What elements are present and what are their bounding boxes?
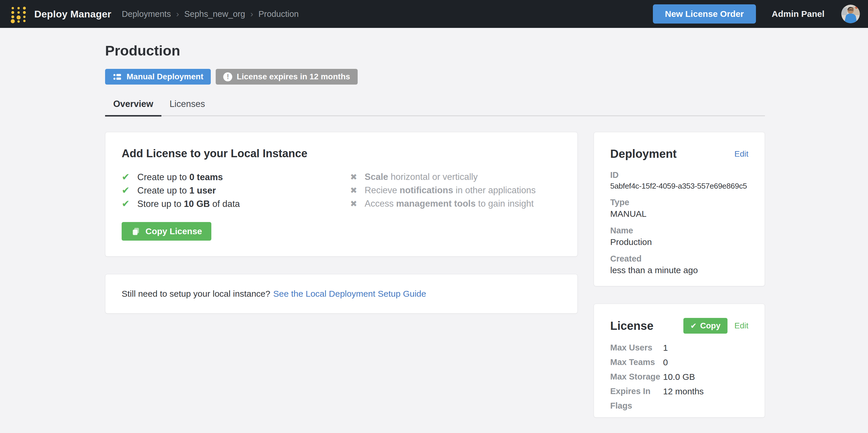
field-label: ID (610, 170, 748, 180)
field-label: Type (610, 198, 748, 207)
breadcrumb-production[interactable]: Production (258, 9, 299, 19)
license-edit-link[interactable]: Edit (735, 321, 748, 330)
page-title: Production (105, 42, 180, 59)
included-features-list: ✔ Create up to 0 teams ✔ Create up to 1 … (122, 170, 350, 210)
deployment-panel-header: Deployment Edit (610, 147, 748, 161)
server-icon (113, 72, 122, 82)
topbar-right-group: New License Order Admin Panel (653, 4, 860, 24)
user-avatar[interactable] (841, 5, 860, 23)
row-max-users: Max Users 1 (610, 343, 748, 353)
add-license-card: Add License to your Local Instance ✔ Cre… (105, 132, 578, 257)
check-icon: ✔ (122, 170, 131, 183)
badge-row: Manual Deployment ! License expires in 1… (105, 69, 358, 85)
list-item: ✔ Create up to 1 user (122, 184, 350, 197)
feature-text: Access management tools to gain insight (365, 197, 534, 210)
field-created: Created less than a minute ago (610, 254, 748, 275)
feature-text: Store up to 10 GB of data (137, 197, 240, 210)
tab-row: Overview Licenses (105, 95, 765, 117)
row-flags: Flags (610, 401, 748, 411)
dot-grid-logo-icon (9, 5, 28, 23)
new-license-order-button[interactable]: New License Order (653, 4, 756, 24)
deployment-panel: Deployment Edit ID 5abfef4c-15f2-4059-a3… (594, 132, 765, 286)
deploy-manager-app: Deploy Manager Deployments › Sephs_new_o… (0, 0, 868, 433)
breadcrumb-separator-icon: › (176, 9, 179, 19)
breadcrumb-deployments[interactable]: Deployments (122, 9, 171, 19)
copy-icon (131, 226, 141, 236)
cross-icon: ✖ (350, 197, 359, 210)
field-value: 5abfef4c-15f2-4059-a353-557e69e869c5 (610, 182, 748, 191)
alert-icon: ! (223, 73, 232, 81)
tab-overview[interactable]: Overview (105, 95, 161, 117)
check-icon: ✔ (690, 321, 697, 330)
cross-icon: ✖ (350, 184, 359, 197)
row-value: 1 (663, 343, 668, 353)
list-item: ✔ Store up to 10 GB of data (122, 197, 350, 210)
license-rows: Max Users 1 Max Teams 0 Max Storage 10.0… (610, 343, 748, 411)
license-copy-button[interactable]: ✔ Copy (683, 318, 727, 334)
check-icon: ✔ (122, 184, 131, 197)
add-license-card-title: Add License to your Local Instance (122, 147, 561, 160)
list-item: ✔ Create up to 0 teams (122, 170, 350, 184)
feature-text: Create up to 1 user (137, 184, 216, 197)
excluded-features-list: ✖ Scale horizontal or vertically ✖ Recie… (350, 170, 561, 210)
tab-licenses[interactable]: Licenses (161, 95, 213, 117)
row-value: 12 months (663, 386, 704, 396)
row-label: Flags (610, 401, 663, 411)
setup-guide-card: Still need to setup your local instance?… (105, 274, 578, 314)
row-label: Max Users (610, 343, 663, 353)
avatar-photo-icon (841, 5, 860, 23)
row-expires-in: Expires In 12 months (610, 386, 748, 396)
app-title: Deploy Manager (34, 8, 111, 20)
field-label: Created (610, 254, 748, 264)
breadcrumb: Deployments › Sephs_new_org › Production (122, 9, 299, 19)
admin-panel-link[interactable]: Admin Panel (772, 9, 825, 19)
row-max-teams: Max Teams 0 (610, 357, 748, 367)
row-value: 0 (663, 357, 668, 367)
row-value: 10.0 GB (663, 372, 695, 382)
app-logo-icon[interactable] (8, 3, 29, 24)
deployment-edit-link[interactable]: Edit (735, 149, 748, 159)
manual-deployment-badge-label: Manual Deployment (127, 72, 203, 81)
copy-license-button-label: Copy License (146, 226, 202, 236)
feature-text: Create up to 0 teams (137, 171, 223, 184)
row-label: Expires In (610, 386, 663, 396)
list-item: ✖ Recieve notifications in other applica… (350, 184, 561, 197)
field-type: Type MANUAL (610, 198, 748, 219)
license-panel: License ✔ Copy Edit Max Users 1 Max Team… (594, 304, 765, 417)
field-value: less than a minute ago (610, 265, 748, 275)
field-name: Name Production (610, 226, 748, 247)
license-expiry-badge: ! License expires in 12 months (216, 69, 358, 85)
list-item: ✖ Access management tools to gain insigh… (350, 197, 561, 210)
deployment-fields: ID 5abfef4c-15f2-4059-a353-557e69e869c5 … (610, 170, 748, 275)
feature-text: Recieve notifications in other applicati… (365, 184, 536, 197)
license-copy-button-label: Copy (700, 321, 720, 330)
field-value: Production (610, 237, 748, 247)
field-id: ID 5abfef4c-15f2-4059-a353-557e69e869c5 (610, 170, 748, 191)
feature-columns: ✔ Create up to 0 teams ✔ Create up to 1 … (122, 170, 561, 210)
breadcrumb-separator-icon: › (250, 9, 253, 19)
breadcrumb-org[interactable]: Sephs_new_org (184, 9, 245, 19)
row-label: Max Teams (610, 357, 663, 367)
license-panel-header: License ✔ Copy Edit (610, 318, 748, 334)
license-panel-title: License (610, 319, 653, 333)
copy-license-button[interactable]: Copy License (122, 222, 211, 241)
manual-deployment-badge: Manual Deployment (105, 69, 211, 85)
license-expiry-badge-label: License expires in 12 months (237, 72, 350, 81)
deployment-panel-title: Deployment (610, 147, 677, 161)
tab-bar: Overview Licenses (105, 95, 765, 116)
setup-guide-text: Still need to setup your local instance? (122, 289, 270, 299)
check-icon: ✔ (122, 197, 131, 210)
field-value: MANUAL (610, 209, 748, 219)
field-label: Name (610, 226, 748, 235)
row-max-storage: Max Storage 10.0 GB (610, 372, 748, 382)
setup-guide-link[interactable]: See the Local Deployment Setup Guide (273, 289, 426, 299)
row-label: Max Storage (610, 372, 663, 382)
cross-icon: ✖ (350, 171, 359, 184)
top-navigation-bar: Deploy Manager Deployments › Sephs_new_o… (0, 0, 868, 28)
feature-text: Scale horizontal or vertically (365, 170, 477, 183)
list-item: ✖ Scale horizontal or vertically (350, 170, 561, 184)
